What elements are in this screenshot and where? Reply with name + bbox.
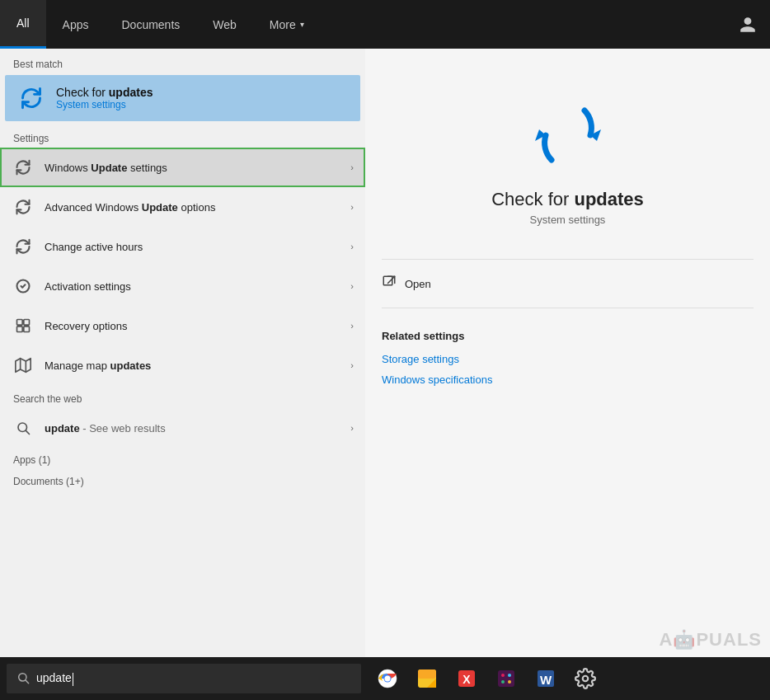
svg-text:X: X [462,673,471,686]
right-panel-subtitle: System settings [530,214,606,226]
open-action[interactable]: Open [382,268,754,299]
top-nav: All Apps Documents Web More ▾ [0,0,770,49]
taskbar: update X [0,657,770,700]
settings-item-advanced-update[interactable]: Advanced Windows Update options › [0,187,365,227]
tab-more[interactable]: More ▾ [253,0,321,49]
settings-item-windows-update[interactable]: Windows Update settings › [0,148,365,187]
chevron-down-icon: ▾ [300,20,304,29]
active-hours-icon [12,235,35,258]
storage-settings-link[interactable]: Storage settings [382,349,754,369]
tab-more-label: More [270,18,296,31]
main-area: Best match Check for updates System sett… [0,49,770,657]
chevron-right-icon7: › [350,423,354,433]
tab-documents[interactable]: Documents [105,0,196,49]
chrome-icon [377,668,398,689]
svg-point-30 [583,676,589,682]
settings-item-activation[interactable]: Activation settings › [0,266,365,306]
taskbar-search-icon [16,671,30,687]
settings-section-label: Settings [0,124,365,148]
taskbar-word[interactable]: W [528,660,564,697]
right-icon-area [523,98,613,172]
tab-all-label: All [16,16,30,30]
web-search-item[interactable]: update - See web results › [0,408,365,448]
tab-all[interactable]: All [0,0,46,49]
taskbar-apps: X W [369,660,603,697]
activation-icon [12,275,35,298]
check-for-updates-icon [523,98,613,172]
taskbar-app3[interactable]: X [448,660,485,697]
sticky-notes-icon [416,668,438,689]
svg-point-25 [508,674,511,677]
update-settings-icon [12,156,35,179]
right-panel: Check for updates System settings Open R… [365,49,770,657]
app3-icon: X [456,668,477,689]
svg-text:W: W [540,673,552,687]
manage-map-icon [12,354,35,377]
gear-icon [575,668,596,689]
manage-map-label: Manage map updates [45,359,350,372]
related-settings-title: Related settings [382,317,754,349]
best-match-subtitle: System settings [56,99,153,110]
taskbar-settings[interactable] [567,660,603,697]
windows-update-label: Windows Update settings [45,162,350,174]
active-hours-label: Change active hours [45,241,350,253]
chevron-right-icon: › [350,162,354,172]
svg-line-14 [26,680,29,684]
svg-point-26 [501,680,505,684]
best-match-label: Best match [0,49,365,75]
settings-item-active-hours[interactable]: Change active hours › [0,227,365,266]
tab-apps-label: Apps [63,18,89,31]
svg-rect-1 [17,320,23,326]
chevron-right-icon6: › [350,360,354,370]
profile-button[interactable] [725,0,770,49]
activation-label: Activation settings [45,280,350,293]
svg-point-27 [508,680,511,684]
tab-web-label: Web [213,18,237,31]
svg-rect-2 [24,320,30,326]
slack-icon [495,668,517,689]
web-search-section-label: Search the web [0,385,365,408]
tab-documents-label: Documents [121,18,180,31]
advanced-update-label: Advanced Windows Update options [45,201,350,214]
cursor [73,673,73,686]
tab-web[interactable]: Web [196,0,253,49]
chevron-right-icon5: › [350,321,354,331]
tab-apps[interactable]: Apps [46,0,106,49]
recovery-icon [12,314,35,337]
chevron-right-icon3: › [350,242,354,251]
search-value: update [36,671,72,684]
right-panel-title: Check for updates [491,189,644,210]
best-match-text: Check for updates System settings [56,86,153,110]
open-icon [382,275,397,293]
taskbar-search-text: update [36,671,73,685]
best-match-title: Check for updates [56,86,153,99]
right-divider2 [382,308,754,308]
svg-rect-3 [17,327,23,332]
person-icon [739,16,757,34]
web-search-label-text: update - See web results [45,422,350,435]
search-icon [12,416,35,439]
open-label: Open [405,278,431,290]
windows-specifications-link[interactable]: Windows specifications [382,369,754,390]
taskbar-slack[interactable] [488,660,524,697]
apps-count-label: Apps (1) [0,448,365,469]
documents-count-label: Documents (1+) [0,469,365,491]
settings-item-recovery[interactable]: Recovery options › [0,306,365,345]
best-match-item[interactable]: Check for updates System settings [5,75,360,121]
taskbar-chrome[interactable] [369,660,406,697]
svg-line-9 [26,430,29,434]
chevron-right-icon4: › [350,281,354,291]
update-icon [16,83,46,113]
taskbar-search-box[interactable]: update [7,664,361,693]
right-divider [382,259,754,260]
svg-point-24 [501,674,505,677]
chevron-right-icon2: › [350,202,354,212]
svg-rect-4 [24,327,30,332]
taskbar-sticky-notes[interactable] [409,660,445,697]
word-icon: W [535,668,556,689]
svg-marker-5 [16,359,31,373]
settings-item-manage-map[interactable]: Manage map updates › [0,345,365,385]
recovery-label: Recovery options [45,320,350,332]
advanced-update-icon [12,195,35,218]
left-panel: Best match Check for updates System sett… [0,49,365,657]
